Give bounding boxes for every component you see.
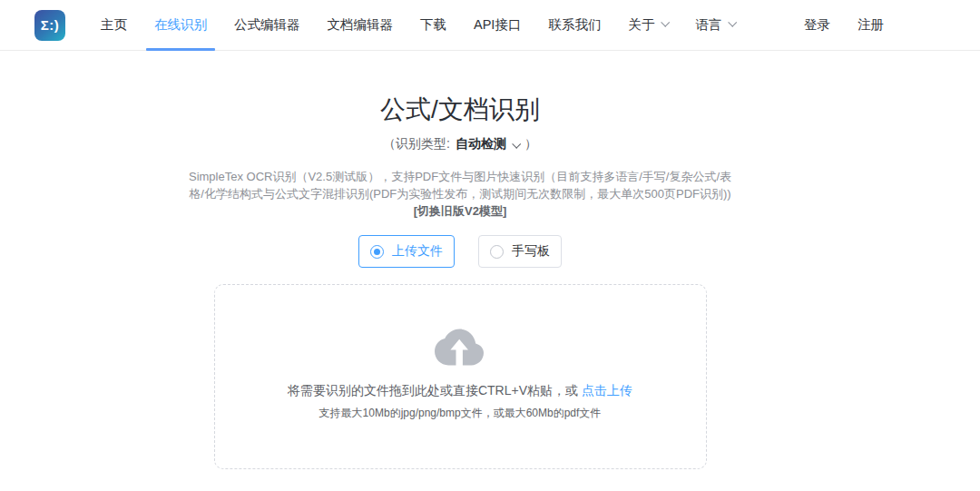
- nav-item-online-recognition[interactable]: 在线识别: [144, 0, 217, 50]
- simpletex-logo[interactable]: Σ:): [34, 10, 65, 41]
- input-mode-selector: 上传文件 手写板: [0, 235, 920, 268]
- nav-item-formula-editor[interactable]: 公式编辑器: [224, 0, 310, 50]
- top-navbar: Σ:) 主页 在线识别 公式编辑器 文档编辑器 下载 API接口 联系我们 关于: [0, 0, 980, 51]
- page-title: 公式/文档识别: [0, 93, 920, 127]
- recognition-type-label: （识别类型:: [383, 136, 454, 151]
- radio-selected-icon: [370, 245, 384, 259]
- description-text: SimpleTex OCR识别（V2.5测试版），支持PDF文件与图片快速识别（…: [0, 168, 920, 202]
- register-link[interactable]: 注册: [858, 16, 884, 34]
- nav-item-api[interactable]: API接口: [464, 0, 531, 50]
- mode-option-label: 手写板: [512, 243, 550, 260]
- mode-option-label: 上传文件: [392, 243, 443, 260]
- recognition-type-row: （识别类型: 自动检测）: [0, 136, 920, 152]
- auth-links: 登录 注册: [804, 16, 980, 34]
- description-line-1: SimpleTex OCR识别（V2.5测试版），支持PDF文件与图片快速识别（…: [0, 168, 920, 185]
- active-tab-underline: [146, 48, 215, 51]
- file-drop-zone[interactable]: 将需要识别的文件拖到此处或直接CTRL+V粘贴，或点击上传 支持最大10Mb的j…: [214, 284, 707, 469]
- nav-item-about[interactable]: 关于: [618, 0, 678, 50]
- nav-item-home[interactable]: 主页: [91, 0, 137, 50]
- nav-item-download[interactable]: 下载: [410, 0, 456, 50]
- radio-unselected-icon: [490, 245, 504, 259]
- chevron-down-icon: [662, 18, 671, 27]
- mode-option-upload-file[interactable]: 上传文件: [358, 235, 455, 268]
- description-line-2: 格/化学结构式与公式文字混排识别(PDF为实验性发布，测试期间无次数限制，最大单…: [0, 185, 920, 202]
- login-link[interactable]: 登录: [804, 16, 830, 34]
- switch-v2-model-link[interactable]: [切换旧版V2模型]: [414, 203, 507, 220]
- recognition-type-dropdown[interactable]: 自动检测: [456, 136, 506, 151]
- cloud-upload-icon: [435, 327, 485, 370]
- recognition-type-suffix: ）: [524, 136, 537, 151]
- chevron-down-icon: [729, 18, 738, 27]
- mode-option-handwriting-pad[interactable]: 手写板: [478, 235, 562, 268]
- nav-item-document-editor[interactable]: 文档编辑器: [318, 0, 404, 50]
- nav-item-contact[interactable]: 联系我们: [538, 0, 611, 50]
- file-size-hint: 支持最大10Mb的jpg/png/bmp文件，或最大60Mb的pdf文件: [319, 406, 602, 421]
- main-content: 公式/文档识别 （识别类型: 自动检测） SimpleTex OCR识别（V2.…: [0, 93, 920, 491]
- drop-instruction: 将需要识别的文件拖到此处或直接CTRL+V粘贴，或点击上传: [288, 383, 632, 399]
- logo-sigma-smiley-icon: Σ:): [41, 17, 60, 33]
- main-nav: 主页 在线识别 公式编辑器 文档编辑器 下载 API接口 联系我们 关于 语言: [87, 0, 749, 50]
- nav-item-language[interactable]: 语言: [685, 0, 745, 50]
- chevron-down-icon[interactable]: [512, 140, 521, 149]
- click-to-upload-link[interactable]: 点击上传: [582, 383, 632, 398]
